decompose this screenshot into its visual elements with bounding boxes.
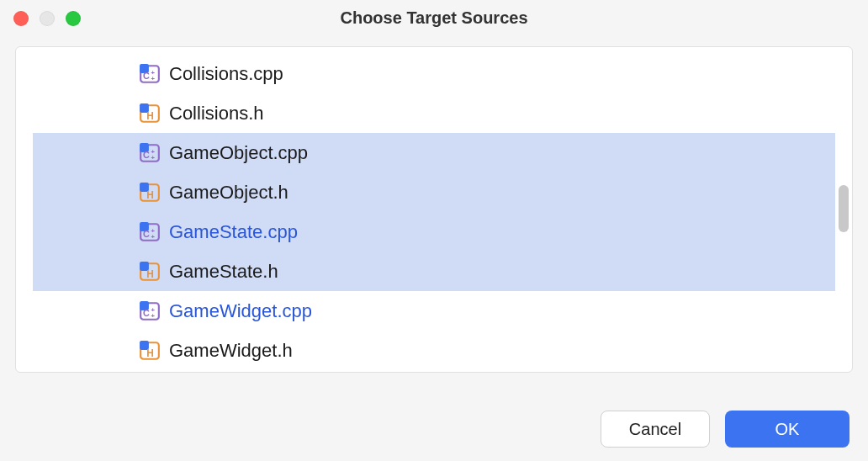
- file-name-label: GameObject.h: [169, 182, 288, 204]
- file-item[interactable]: C++GameWidget.cpp: [33, 291, 835, 331]
- cpp-file-icon: C++: [139, 63, 161, 85]
- svg-text:H: H: [146, 268, 154, 279]
- scrollbar-thumb[interactable]: [839, 185, 849, 232]
- header-file-icon: H: [139, 182, 161, 204]
- file-item[interactable]: C++GameState.cpp: [33, 212, 835, 252]
- svg-text:+: +: [151, 74, 156, 82]
- file-item[interactable]: C++GameObject.cpp: [33, 133, 835, 172]
- minimize-icon[interactable]: [40, 11, 55, 26]
- svg-text:C: C: [143, 149, 150, 159]
- svg-text:+: +: [151, 153, 156, 161]
- cancel-button[interactable]: Cancel: [601, 411, 710, 448]
- header-file-icon: H: [139, 340, 161, 362]
- close-icon[interactable]: [13, 11, 29, 26]
- file-name-label: GameWidget.h: [169, 340, 293, 362]
- file-item[interactable]: HGameWidget.h: [33, 331, 835, 370]
- content-area: C++Collisions.cppHCollisions.hC++GameObj…: [0, 38, 868, 397]
- header-file-icon: H: [139, 261, 161, 283]
- file-item[interactable]: HCollisions.h: [33, 93, 835, 133]
- svg-text:H: H: [146, 347, 154, 358]
- cpp-file-icon: C++: [139, 221, 161, 243]
- svg-text:C: C: [143, 307, 150, 317]
- file-name-label: Collisions.cpp: [169, 63, 283, 85]
- svg-text:C: C: [143, 70, 150, 80]
- cpp-file-icon: C++: [139, 300, 161, 322]
- file-item[interactable]: HGameState.h: [33, 252, 835, 291]
- zoom-icon[interactable]: [66, 11, 81, 26]
- svg-text:H: H: [146, 109, 154, 121]
- file-name-label: GameObject.cpp: [169, 142, 308, 164]
- button-bar: Cancel OK: [0, 397, 868, 461]
- file-name-label: GameWidget.cpp: [169, 300, 312, 322]
- svg-text:+: +: [151, 232, 156, 240]
- window-controls: [13, 11, 81, 26]
- svg-text:H: H: [146, 188, 154, 200]
- file-name-label: GameState.cpp: [169, 221, 298, 243]
- file-item[interactable]: C++Collisions.cpp: [33, 54, 835, 93]
- window-title: Choose Target Sources: [13, 8, 855, 28]
- svg-text:C: C: [143, 228, 150, 238]
- file-list-panel: C++Collisions.cppHCollisions.hC++GameObj…: [15, 46, 853, 373]
- file-name-label: GameState.h: [169, 261, 278, 283]
- file-item[interactable]: HGameObject.h: [33, 172, 835, 212]
- file-list[interactable]: C++Collisions.cppHCollisions.hC++GameObj…: [16, 54, 852, 370]
- cpp-file-icon: C++: [139, 142, 161, 164]
- ok-button[interactable]: OK: [725, 411, 849, 448]
- svg-text:+: +: [151, 311, 156, 319]
- header-file-icon: H: [139, 103, 161, 125]
- file-name-label: Collisions.h: [169, 103, 264, 125]
- titlebar: Choose Target Sources: [0, 0, 868, 38]
